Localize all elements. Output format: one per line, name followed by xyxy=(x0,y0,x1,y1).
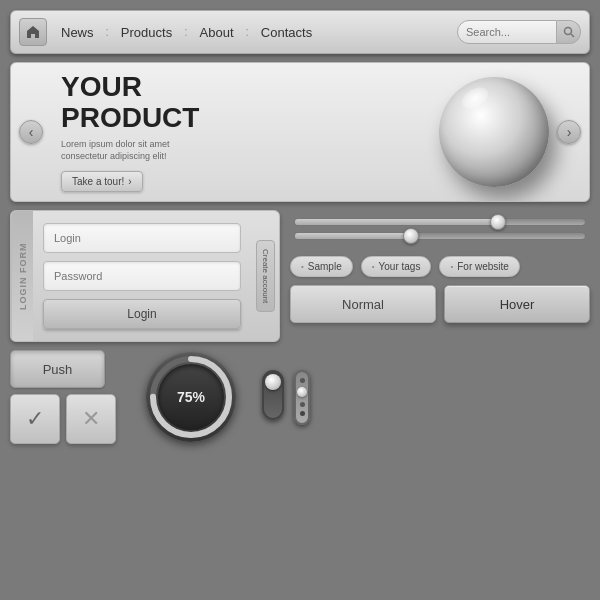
create-account-tab[interactable]: Create account xyxy=(256,240,275,312)
login-form-inner: Login xyxy=(33,211,251,341)
toggle-2-dot-2 xyxy=(300,402,305,407)
hero-title: YOUR PRODUCT xyxy=(61,72,429,134)
svg-point-0 xyxy=(564,28,571,35)
toggle-2-group xyxy=(294,370,310,425)
nav-links: News : Products : About : Contacts xyxy=(53,25,457,40)
circular-progress-container: 75% xyxy=(146,352,236,442)
nav-sep-3: : xyxy=(246,25,249,39)
toggles-section xyxy=(262,370,310,425)
chevron-left-icon: ‹ xyxy=(29,124,34,140)
circular-progress-label: 75% xyxy=(177,389,205,405)
x-icon: ✕ xyxy=(82,406,100,432)
check-x-row: ✓ ✕ xyxy=(10,394,116,444)
search-input[interactable] xyxy=(457,20,557,44)
slider-2-fill xyxy=(295,233,411,239)
nav-sep-1: : xyxy=(106,25,109,39)
toggle-2-knob xyxy=(297,387,307,397)
home-icon[interactable] xyxy=(19,18,47,46)
x-button[interactable]: ✕ xyxy=(66,394,116,444)
toggle-1-group xyxy=(262,370,284,425)
nav-item-news[interactable]: News xyxy=(53,25,102,40)
tags-section: Sample Your tags For website xyxy=(290,256,590,277)
nav-sep-2: : xyxy=(184,25,187,39)
toggle-2-dot-3 xyxy=(300,411,305,416)
hover-button[interactable]: Hover xyxy=(444,285,590,323)
bottom-row: Push ✓ ✕ 75% xyxy=(10,350,590,444)
check-button[interactable]: ✓ xyxy=(10,394,60,444)
toggle-2-dot-1 xyxy=(300,378,305,383)
login-username-input[interactable] xyxy=(43,223,241,253)
hero-subtitle: Lorem ipsum dolor sit ametconsectetur ad… xyxy=(61,138,429,163)
toggle-switch-2[interactable] xyxy=(294,370,310,425)
hero-prev-button[interactable]: ‹ xyxy=(19,120,43,144)
nav-item-products[interactable]: Products xyxy=(113,25,180,40)
check-icon: ✓ xyxy=(26,406,44,432)
search-button[interactable] xyxy=(557,20,581,44)
nav-item-contacts[interactable]: Contacts xyxy=(253,25,320,40)
slider-1-track[interactable] xyxy=(294,218,586,226)
circular-progress-outer: 75% xyxy=(146,352,236,442)
hero-next-button[interactable]: › xyxy=(557,120,581,144)
tag-sample[interactable]: Sample xyxy=(290,256,353,277)
buttons-section: Normal Hover xyxy=(290,285,590,323)
toggle-switch-1[interactable] xyxy=(262,370,284,420)
toggle-1-knob xyxy=(265,374,281,390)
create-account-tab-container: Create account xyxy=(251,211,279,341)
login-form-panel: LOGIN FORM Login Create account xyxy=(10,210,280,342)
slider-1-thumb[interactable] xyxy=(490,214,506,230)
hero-cta-button[interactable]: Take a tour! xyxy=(61,171,143,192)
login-password-input[interactable] xyxy=(43,261,241,291)
slider-1-fill xyxy=(295,219,498,225)
tag-for-website[interactable]: For website xyxy=(439,256,520,277)
chevron-right-icon: › xyxy=(567,124,572,140)
svg-line-1 xyxy=(571,34,574,37)
navbar: News : Products : About : Contacts xyxy=(10,10,590,54)
slider-2-track[interactable] xyxy=(294,232,586,240)
slider-row-1 xyxy=(294,218,586,226)
tag-your-tags[interactable]: Your tags xyxy=(361,256,432,277)
search-container xyxy=(457,20,581,44)
push-check-x-group: Push ✓ ✕ xyxy=(10,350,116,444)
login-submit-button[interactable]: Login xyxy=(43,299,241,329)
slider-2-thumb[interactable] xyxy=(403,228,419,244)
right-panel: Sample Your tags For website Normal Hove… xyxy=(290,210,590,342)
slider-row-2 xyxy=(294,232,586,240)
login-side-label: LOGIN FORM xyxy=(11,211,33,341)
hero-banner: ‹ YOUR PRODUCT Lorem ipsum dolor sit ame… xyxy=(10,62,590,202)
normal-button[interactable]: Normal xyxy=(290,285,436,323)
push-button[interactable]: Push xyxy=(10,350,105,388)
product-ball xyxy=(439,77,549,187)
hero-content: YOUR PRODUCT Lorem ipsum dolor sit ametc… xyxy=(11,72,439,192)
main-bottom: LOGIN FORM Login Create account xyxy=(10,210,590,342)
sliders-section xyxy=(290,210,590,248)
nav-item-about[interactable]: About xyxy=(192,25,242,40)
